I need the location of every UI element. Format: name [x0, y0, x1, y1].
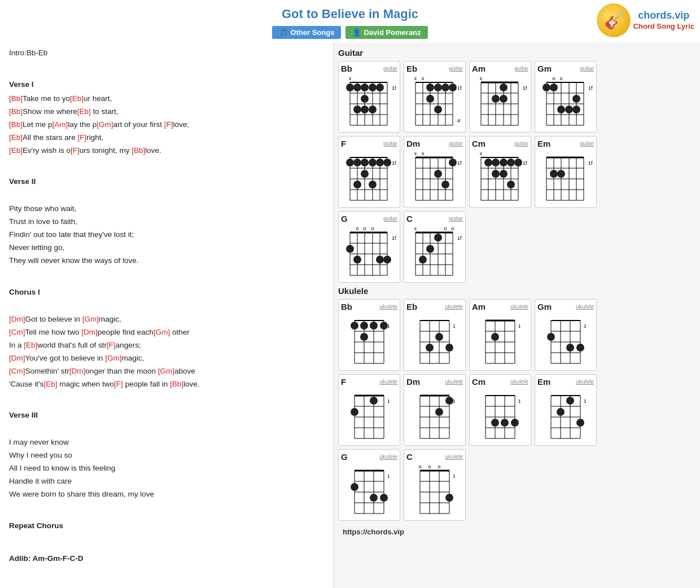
chords-website-label: https://chords.vip: [338, 524, 695, 538]
ukulele-row-1: Bb ukulele 1fr: [338, 299, 695, 371]
svg-point-18: [361, 95, 369, 103]
svg-text:1fr: 1fr: [588, 85, 593, 91]
svg-point-116: [441, 181, 449, 188]
svg-point-303: [380, 494, 388, 502]
svg-point-288: [566, 397, 574, 405]
svg-text:o: o: [444, 226, 447, 231]
cm-guitar-diagram: x 1fr: [473, 150, 527, 206]
cm-ukulele-diagram: 1fr: [480, 388, 520, 444]
svg-point-74: [550, 84, 558, 91]
chord-eb-ukulele: Eb ukulele 1fr: [404, 299, 466, 371]
svg-text:o: o: [371, 226, 374, 231]
logo-area: 🎸 chords.vip Chord Song Lyric: [597, 3, 694, 37]
logo-icon: 🎸: [597, 3, 631, 37]
lyric-line: [Cm]Tell me how two [Dm]people find each…: [9, 326, 324, 339]
svg-point-187: [426, 245, 434, 253]
lyric-line: [Bb]Let me p[Am]lay the p[Gm]art of your…: [9, 119, 324, 131]
lyric-line: Handle it with care: [9, 475, 324, 488]
page-title: Got to Believe in Magic: [0, 7, 700, 21]
svg-point-133: [507, 159, 515, 166]
svg-text:o: o: [418, 464, 421, 469]
svg-point-277: [511, 419, 519, 427]
svg-text:1fr: 1fr: [387, 473, 390, 479]
music-icon: 🎵: [279, 28, 288, 37]
svg-text:1fr: 1fr: [518, 398, 520, 404]
lyric-line: 'Cause it's[Eb] magic when two[F] people…: [9, 378, 324, 391]
header: Got to Believe in Magic 🎵 Other Songs 👤 …: [0, 0, 700, 42]
chord-cm-guitar: Cm guitar x: [469, 136, 531, 208]
person-icon: 👤: [352, 28, 361, 37]
am-guitar-diagram: x 1fr: [473, 74, 527, 131]
svg-point-199: [351, 322, 358, 330]
svg-point-94: [369, 159, 377, 166]
svg-point-301: [351, 483, 358, 491]
verse2-label: Verse II: [9, 175, 324, 188]
c-guitar-diagram: x o o 1fr: [408, 225, 462, 281]
chorus1-label: Chorus I: [9, 286, 324, 299]
svg-text:o: o: [451, 226, 454, 231]
svg-text:o: o: [363, 226, 366, 231]
svg-text:4: 4: [457, 118, 460, 124]
lyric-line: Why I need you so: [9, 449, 324, 462]
other-songs-button[interactable]: 🎵 Other Songs: [272, 26, 341, 39]
svg-point-215: [426, 344, 434, 352]
lyric-line: [Eb]All the stars are [F]right,: [9, 131, 324, 144]
lyric-line: Pity those who wait,: [9, 203, 324, 216]
svg-point-13: [346, 84, 354, 91]
chord-cm-ukulele: Cm ukulele 1fr: [469, 374, 531, 446]
svg-point-252: [351, 408, 358, 416]
svg-text:o: o: [438, 464, 440, 469]
logo-text: chords.vip Chord Song Lyric: [633, 9, 694, 32]
dm-guitar-diagram: x x 1fr: [408, 150, 462, 206]
svg-point-131: [492, 159, 500, 166]
guitar-row-3: G guitar o: [338, 211, 695, 283]
svg-text:x: x: [480, 76, 483, 81]
repeat-chorus-label: Repeat Chorus: [9, 520, 324, 533]
svg-text:x: x: [414, 151, 417, 156]
svg-point-40: [426, 95, 434, 103]
intro-line: Intro:Bb-Eb: [9, 47, 324, 60]
chord-g-guitar: G guitar o: [338, 211, 400, 283]
svg-text:1fr: 1fr: [518, 323, 520, 329]
svg-point-115: [434, 170, 442, 178]
ukulele-row-3: G ukulele 1fr: [338, 449, 695, 521]
bb-ukulele-diagram: 1fr: [349, 313, 390, 369]
svg-text:o: o: [356, 226, 358, 231]
svg-point-36: [426, 84, 434, 91]
svg-point-137: [507, 181, 515, 188]
guitar-section-title: Guitar: [338, 48, 695, 58]
lyric-line: In a [Eb]world that's full of str[F]ange…: [9, 339, 324, 352]
svg-point-170: [383, 256, 391, 264]
svg-text:1fr: 1fr: [523, 160, 527, 166]
chord-am-ukulele: Am ukulele 1fr: [469, 299, 531, 371]
lyric-line: [Dm]You've got to believe in [Gm]magic,: [9, 352, 324, 365]
em-guitar-diagram: 1fr: [539, 150, 593, 206]
lyrics-column: Intro:Bb-Eb Verse I [Bb]Take me to yo[Eb…: [0, 42, 333, 588]
chord-gm-ukulele: Gm ukulele 1fr: [535, 299, 597, 371]
svg-point-202: [380, 322, 388, 330]
chord-f-ukulele: F ukulele 1fr: [338, 374, 400, 446]
svg-point-17: [376, 84, 384, 91]
svg-text:1fr: 1fr: [453, 323, 455, 329]
gm-guitar-diagram: o o 1fr: [539, 74, 593, 131]
svg-point-19: [353, 106, 361, 113]
eb-ukulele-diagram: 1fr: [414, 313, 455, 369]
svg-point-203: [360, 333, 368, 341]
svg-point-20: [361, 106, 369, 113]
lyric-line: [Cm]Somethin' str[Dm]onger than the moon…: [9, 365, 324, 378]
page-wrapper: Got to Believe in Magic 🎵 Other Songs 👤 …: [0, 0, 700, 588]
svg-text:1fr: 1fr: [392, 160, 396, 166]
bb-guitar-diagram: x 1fr: [342, 74, 396, 131]
svg-point-201: [370, 322, 378, 330]
svg-point-186: [434, 234, 442, 242]
ukulele-row-2: F ukulele 1fr: [338, 374, 695, 446]
svg-point-188: [419, 256, 427, 264]
chords-column: Guitar Bb guitar: [333, 42, 700, 588]
artist-button[interactable]: 👤 David Pomeranz: [345, 26, 427, 39]
chord-c-guitar: C guitar x: [404, 211, 466, 283]
svg-point-93: [361, 159, 369, 166]
eb-guitar-diagram: x x 1fr 4: [408, 74, 462, 131]
svg-point-15: [361, 84, 369, 91]
svg-text:1fr: 1fr: [392, 85, 396, 91]
svg-text:1fr: 1fr: [584, 398, 586, 404]
